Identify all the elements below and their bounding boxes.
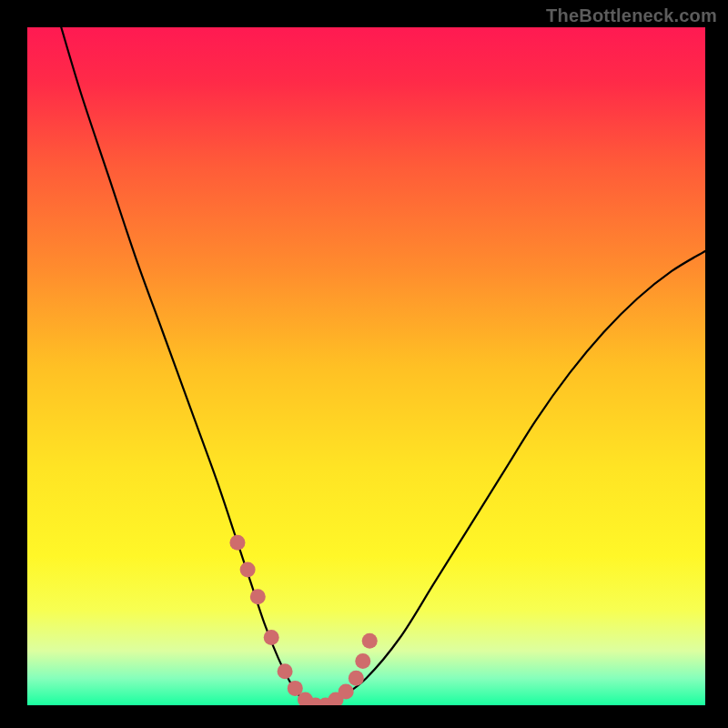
highlight-marker [229, 535, 245, 551]
gradient-background [27, 27, 705, 705]
highlight-marker [264, 630, 279, 645]
highlight-marker [349, 671, 364, 686]
attribution-label: TheBottleneck.com [546, 5, 717, 26]
highlight-marker [240, 562, 256, 578]
plot-svg [27, 27, 705, 705]
highlight-marker [278, 663, 293, 679]
chart-stage: TheBottleneck.com [0, 0, 728, 728]
highlight-marker [288, 681, 303, 696]
highlight-marker [339, 684, 354, 700]
plot-area [27, 27, 705, 705]
highlight-marker [250, 589, 266, 604]
highlight-marker [355, 653, 370, 669]
highlight-marker [362, 633, 378, 649]
